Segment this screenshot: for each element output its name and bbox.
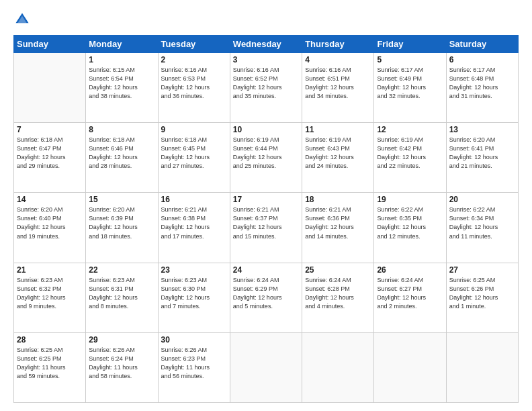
- weekday-header-monday: Monday: [86, 36, 158, 53]
- day-cell: 3Sunrise: 6:16 AM Sunset: 6:52 PM Daylig…: [230, 53, 302, 123]
- day-info: Sunrise: 6:23 AM Sunset: 6:32 PM Dayligh…: [17, 276, 83, 311]
- day-number: 26: [377, 265, 443, 275]
- day-info: Sunrise: 6:24 AM Sunset: 6:27 PM Dayligh…: [377, 276, 443, 311]
- day-number: 24: [233, 265, 299, 275]
- day-number: 4: [305, 55, 371, 64]
- day-number: 15: [89, 195, 154, 204]
- day-number: 18: [305, 195, 371, 204]
- calendar: SundayMondayTuesdayWednesdayThursdayFrid…: [13, 35, 519, 403]
- day-number: 29: [89, 335, 154, 345]
- day-cell: 26Sunrise: 6:24 AM Sunset: 6:27 PM Dayli…: [374, 263, 446, 332]
- day-number: 8: [89, 125, 154, 134]
- day-info: Sunrise: 6:17 AM Sunset: 6:48 PM Dayligh…: [449, 66, 515, 101]
- day-info: Sunrise: 6:18 AM Sunset: 6:47 PM Dayligh…: [17, 136, 83, 171]
- day-cell: 20Sunrise: 6:22 AM Sunset: 6:34 PM Dayli…: [446, 193, 518, 263]
- day-info: Sunrise: 6:26 AM Sunset: 6:23 PM Dayligh…: [161, 346, 227, 381]
- day-cell: 6Sunrise: 6:17 AM Sunset: 6:48 PM Daylig…: [446, 53, 518, 123]
- day-info: Sunrise: 6:20 AM Sunset: 6:41 PM Dayligh…: [449, 136, 515, 171]
- day-info: Sunrise: 6:21 AM Sunset: 6:37 PM Dayligh…: [233, 205, 299, 240]
- day-info: Sunrise: 6:26 AM Sunset: 6:24 PM Dayligh…: [89, 346, 154, 381]
- day-cell: 5Sunrise: 6:17 AM Sunset: 6:49 PM Daylig…: [374, 53, 446, 123]
- day-number: 20: [449, 195, 515, 204]
- day-info: Sunrise: 6:22 AM Sunset: 6:34 PM Dayligh…: [449, 205, 515, 240]
- day-cell: [302, 332, 374, 402]
- day-cell: 14Sunrise: 6:20 AM Sunset: 6:40 PM Dayli…: [14, 193, 86, 263]
- day-cell: 25Sunrise: 6:24 AM Sunset: 6:28 PM Dayli…: [302, 263, 374, 332]
- day-info: Sunrise: 6:20 AM Sunset: 6:39 PM Dayligh…: [89, 205, 154, 240]
- header: [13, 12, 519, 30]
- day-number: 19: [377, 195, 443, 204]
- day-info: Sunrise: 6:21 AM Sunset: 6:38 PM Dayligh…: [161, 205, 227, 240]
- week-row-1: 1Sunrise: 6:15 AM Sunset: 6:54 PM Daylig…: [14, 53, 519, 123]
- day-info: Sunrise: 6:16 AM Sunset: 6:53 PM Dayligh…: [161, 66, 227, 101]
- day-number: 11: [305, 125, 371, 134]
- day-number: 23: [161, 265, 227, 275]
- day-info: Sunrise: 6:16 AM Sunset: 6:51 PM Dayligh…: [305, 66, 371, 101]
- day-info: Sunrise: 6:20 AM Sunset: 6:40 PM Dayligh…: [17, 205, 83, 240]
- weekday-header-friday: Friday: [374, 36, 446, 53]
- day-cell: 15Sunrise: 6:20 AM Sunset: 6:39 PM Dayli…: [86, 193, 158, 263]
- day-info: Sunrise: 6:18 AM Sunset: 6:46 PM Dayligh…: [89, 136, 154, 171]
- day-cell: 11Sunrise: 6:19 AM Sunset: 6:43 PM Dayli…: [302, 123, 374, 193]
- day-number: 22: [89, 265, 154, 275]
- day-cell: 2Sunrise: 6:16 AM Sunset: 6:53 PM Daylig…: [158, 53, 230, 123]
- day-number: 16: [161, 195, 227, 204]
- day-cell: [230, 332, 302, 402]
- day-info: Sunrise: 6:15 AM Sunset: 6:54 PM Dayligh…: [89, 66, 154, 101]
- day-cell: 10Sunrise: 6:19 AM Sunset: 6:44 PM Dayli…: [230, 123, 302, 193]
- day-number: 25: [305, 265, 371, 275]
- day-number: 1: [89, 55, 154, 64]
- day-number: 28: [17, 335, 83, 345]
- day-number: 3: [233, 55, 299, 64]
- day-number: 13: [449, 125, 515, 134]
- weekday-header-saturday: Saturday: [446, 36, 518, 53]
- week-row-2: 7Sunrise: 6:18 AM Sunset: 6:47 PM Daylig…: [14, 123, 519, 193]
- day-number: 10: [233, 125, 299, 134]
- day-number: 12: [377, 125, 443, 134]
- day-info: Sunrise: 6:25 AM Sunset: 6:26 PM Dayligh…: [449, 276, 515, 311]
- weekday-header-tuesday: Tuesday: [158, 36, 230, 53]
- day-number: 6: [449, 55, 515, 64]
- day-cell: 17Sunrise: 6:21 AM Sunset: 6:37 PM Dayli…: [230, 193, 302, 263]
- day-info: Sunrise: 6:19 AM Sunset: 6:43 PM Dayligh…: [305, 136, 371, 171]
- weekday-header-wednesday: Wednesday: [230, 36, 302, 53]
- day-number: 27: [449, 265, 515, 275]
- weekday-header-thursday: Thursday: [302, 36, 374, 53]
- day-cell: 27Sunrise: 6:25 AM Sunset: 6:26 PM Dayli…: [446, 263, 518, 332]
- day-cell: 8Sunrise: 6:18 AM Sunset: 6:46 PM Daylig…: [86, 123, 158, 193]
- day-cell: 12Sunrise: 6:19 AM Sunset: 6:42 PM Dayli…: [374, 123, 446, 193]
- day-number: 21: [17, 265, 83, 275]
- day-cell: 19Sunrise: 6:22 AM Sunset: 6:35 PM Dayli…: [374, 193, 446, 263]
- week-row-4: 21Sunrise: 6:23 AM Sunset: 6:32 PM Dayli…: [14, 263, 519, 332]
- week-row-3: 14Sunrise: 6:20 AM Sunset: 6:40 PM Dayli…: [14, 193, 519, 263]
- day-info: Sunrise: 6:25 AM Sunset: 6:25 PM Dayligh…: [17, 346, 83, 381]
- day-info: Sunrise: 6:23 AM Sunset: 6:31 PM Dayligh…: [89, 276, 154, 311]
- day-cell: 30Sunrise: 6:26 AM Sunset: 6:23 PM Dayli…: [158, 332, 230, 402]
- day-cell: 29Sunrise: 6:26 AM Sunset: 6:24 PM Dayli…: [86, 332, 158, 402]
- day-number: 17: [233, 195, 299, 204]
- day-info: Sunrise: 6:19 AM Sunset: 6:44 PM Dayligh…: [233, 136, 299, 171]
- day-cell: 1Sunrise: 6:15 AM Sunset: 6:54 PM Daylig…: [86, 53, 158, 123]
- day-cell: 4Sunrise: 6:16 AM Sunset: 6:51 PM Daylig…: [302, 53, 374, 123]
- logo: [13, 12, 31, 30]
- day-info: Sunrise: 6:16 AM Sunset: 6:52 PM Dayligh…: [233, 66, 299, 101]
- weekday-header-sunday: Sunday: [14, 36, 86, 53]
- day-cell: 13Sunrise: 6:20 AM Sunset: 6:41 PM Dayli…: [446, 123, 518, 193]
- day-info: Sunrise: 6:22 AM Sunset: 6:35 PM Dayligh…: [377, 205, 443, 240]
- day-cell: 18Sunrise: 6:21 AM Sunset: 6:36 PM Dayli…: [302, 193, 374, 263]
- logo-icon: [15, 12, 30, 27]
- week-row-5: 28Sunrise: 6:25 AM Sunset: 6:25 PM Dayli…: [14, 332, 519, 402]
- page: SundayMondayTuesdayWednesdayThursdayFrid…: [0, 0, 532, 411]
- day-number: 30: [161, 335, 227, 345]
- day-number: 2: [161, 55, 227, 64]
- day-info: Sunrise: 6:23 AM Sunset: 6:30 PM Dayligh…: [161, 276, 227, 311]
- day-cell: 24Sunrise: 6:24 AM Sunset: 6:29 PM Dayli…: [230, 263, 302, 332]
- day-cell: 23Sunrise: 6:23 AM Sunset: 6:30 PM Dayli…: [158, 263, 230, 332]
- day-cell: 28Sunrise: 6:25 AM Sunset: 6:25 PM Dayli…: [14, 332, 86, 402]
- day-number: 5: [377, 55, 443, 64]
- day-info: Sunrise: 6:21 AM Sunset: 6:36 PM Dayligh…: [305, 205, 371, 240]
- day-cell: 22Sunrise: 6:23 AM Sunset: 6:31 PM Dayli…: [86, 263, 158, 332]
- day-number: 9: [161, 125, 227, 134]
- weekday-header-row: SundayMondayTuesdayWednesdayThursdayFrid…: [14, 36, 519, 53]
- day-info: Sunrise: 6:19 AM Sunset: 6:42 PM Dayligh…: [377, 136, 443, 171]
